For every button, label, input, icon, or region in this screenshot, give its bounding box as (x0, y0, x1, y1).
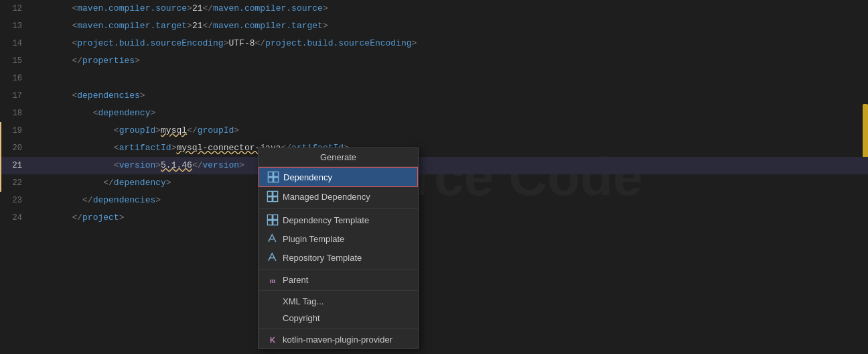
svg-rect-6 (267, 197, 272, 202)
code-lines: 12 <maven.compiler.source>21</maven.comp… (0, 0, 868, 227)
menu-item-kotlin-plugin[interactable]: K kotlin-maven-plugin-provider (259, 331, 418, 348)
line-number: 21 (0, 157, 30, 174)
menu-item-dependency[interactable]: Dependency (259, 167, 418, 187)
svg-rect-8 (267, 215, 272, 219)
svg-rect-9 (273, 215, 278, 219)
box-icon-managed (267, 190, 279, 202)
code-line-23: 23 </dependencies> (0, 192, 868, 209)
menu-item-copyright-label: Copyright (283, 313, 320, 323)
svg-rect-11 (273, 221, 278, 225)
svg-rect-10 (267, 221, 272, 225)
menu-item-dependency-template-label: Dependency Template (283, 215, 369, 225)
menu-item-kotlin-plugin-label: kotlin-maven-plugin-provider (283, 335, 392, 345)
menu-item-dependency-template[interactable]: Dependency Template (259, 211, 418, 229)
svg-rect-3 (274, 178, 279, 182)
code-line-15: 15 </properties> (0, 52, 868, 70)
plugin-icon (267, 233, 279, 245)
svg-rect-4 (267, 191, 272, 196)
line-number: 19 (0, 122, 30, 139)
menu-item-managed-dependency-label: Managed Dependency (283, 192, 370, 202)
svg-rect-0 (268, 172, 273, 176)
line-number: 14 (0, 35, 30, 52)
menu-separator-2 (259, 269, 418, 270)
line-number: 13 (0, 17, 30, 35)
line-number: 20 (0, 139, 30, 157)
line-number: 15 (0, 52, 30, 70)
menu-item-repository-template[interactable]: Repository Template (259, 248, 418, 267)
plugin-icon-repo (267, 251, 279, 263)
k-icon: K (267, 336, 279, 344)
menu-separator-1 (259, 208, 418, 209)
menu-item-managed-dependency[interactable]: Managed Dependency (259, 187, 418, 206)
box-icon (267, 171, 279, 183)
svg-rect-7 (273, 197, 278, 202)
menu-separator-4 (259, 329, 418, 329)
menu-item-copyright[interactable]: Copyright (259, 310, 418, 327)
m-icon: m (267, 276, 279, 284)
box-icon-dep-template (267, 214, 279, 226)
line-content: </project> (30, 192, 124, 244)
svg-rect-5 (273, 191, 278, 196)
menu-item-xml-tag-label: XML Tag... (283, 296, 323, 306)
menu-item-repository-template-label: Repository Template (283, 253, 362, 263)
svg-rect-1 (274, 172, 279, 176)
menu-item-xml-tag[interactable]: XML Tag... (259, 293, 418, 310)
line-number: 22 (0, 174, 30, 192)
line-number: 18 (0, 105, 30, 122)
line-number: 23 (0, 192, 30, 209)
menu-item-dependency-label: Dependency (283, 172, 332, 182)
menu-item-parent[interactable]: m Parent (259, 272, 418, 288)
menu-header: Generate (259, 148, 418, 167)
editor-area: Source Code 12 <maven.compiler.source>21… (0, 0, 868, 354)
line-number: 17 (0, 87, 30, 105)
menu-item-plugin-template[interactable]: Plugin Template (259, 229, 418, 248)
menu-item-plugin-template-label: Plugin Template (283, 234, 344, 244)
line-number: 24 (0, 209, 30, 227)
line-number: 12 (0, 0, 30, 17)
context-menu: Generate Dependency (258, 148, 419, 349)
line-number: 16 (0, 70, 30, 87)
svg-rect-2 (268, 178, 273, 182)
menu-item-parent-label: Parent (283, 275, 308, 285)
menu-separator-3 (259, 290, 418, 291)
